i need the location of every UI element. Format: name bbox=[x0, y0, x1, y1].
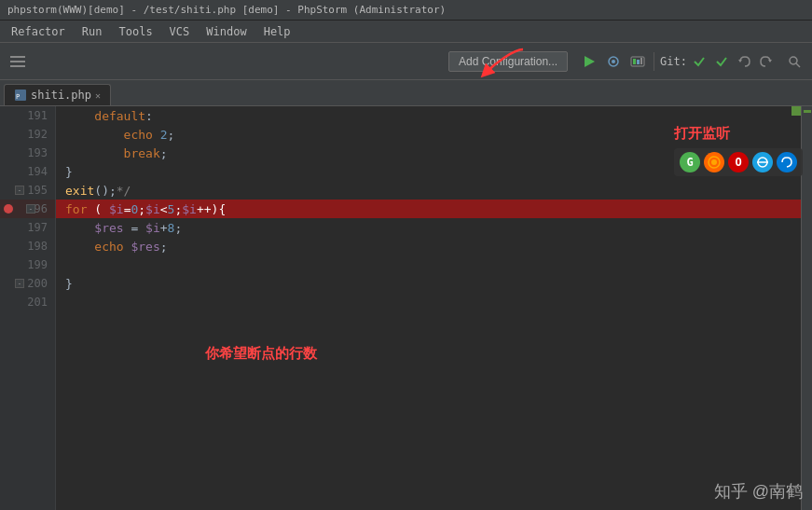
tab-bar: P shiti.php ✕ bbox=[0, 80, 812, 106]
menu-bar: Refactor Run Tools VCS Window Help bbox=[0, 21, 812, 43]
line-number-200: - 200 bbox=[0, 274, 55, 293]
menu-help[interactable]: Help bbox=[256, 23, 298, 40]
code-line-191: default: bbox=[56, 106, 812, 125]
code-line-201 bbox=[56, 293, 812, 311]
breakpoint-dot-196[interactable] bbox=[4, 204, 13, 214]
opera-icon: O bbox=[728, 152, 749, 172]
coverage-icon[interactable] bbox=[627, 51, 648, 72]
fold-icon-200[interactable]: - bbox=[15, 279, 24, 288]
line-number-191: 191 bbox=[0, 106, 55, 125]
git-undo-icon[interactable] bbox=[734, 51, 754, 72]
top-right-indicator bbox=[791, 106, 801, 116]
code-line-199 bbox=[56, 255, 812, 274]
watermark: 知乎 @南鹤 bbox=[714, 480, 803, 503]
red-arrow-annotation bbox=[476, 45, 532, 78]
line-number-197: 197 bbox=[0, 218, 55, 237]
edge-icon bbox=[777, 152, 797, 172]
svg-rect-9 bbox=[640, 58, 642, 64]
code-line-195: exit();*/ bbox=[56, 181, 812, 200]
tab-shiti-php[interactable]: P shiti.php ✕ bbox=[4, 84, 111, 105]
svg-marker-11 bbox=[768, 60, 772, 62]
search-icon[interactable] bbox=[784, 51, 805, 72]
firefox-icon bbox=[704, 152, 724, 172]
svg-line-13 bbox=[796, 63, 800, 67]
line-number-196: - 196 bbox=[0, 200, 55, 218]
line-number-193: 193 bbox=[0, 144, 55, 162]
svg-point-5 bbox=[612, 60, 615, 63]
svg-rect-0 bbox=[10, 56, 25, 58]
php-file-icon: P bbox=[14, 89, 27, 102]
menu-refactor[interactable]: Refactor bbox=[4, 23, 73, 40]
menu-tools[interactable]: Tools bbox=[111, 23, 159, 40]
code-line-198: echo $res; bbox=[56, 237, 812, 255]
git-label: Git: bbox=[660, 55, 687, 68]
svg-point-12 bbox=[790, 57, 797, 64]
git-check2-icon[interactable] bbox=[711, 51, 732, 72]
line-number-195: - 195 bbox=[0, 181, 55, 200]
code-line-200: } bbox=[56, 274, 812, 293]
debug-icon[interactable] bbox=[603, 51, 624, 72]
git-area: Git: bbox=[660, 51, 777, 72]
title-text: phpstorm(WWW)[demo] - /test/shiti.php [d… bbox=[7, 4, 446, 16]
scroll-mark bbox=[804, 110, 811, 113]
svg-rect-1 bbox=[10, 61, 25, 62]
line-gutter: 191 192 193 194 - 195 - 196 197 19 bbox=[0, 106, 56, 510]
toolbar-separator bbox=[654, 52, 654, 71]
tab-label: shiti.php bbox=[31, 89, 91, 102]
annotation-breakpoint: 你希望断点的行数 bbox=[205, 344, 317, 363]
code-line-197: $res = $i+8; bbox=[56, 218, 812, 237]
svg-text:P: P bbox=[16, 93, 20, 101]
line-number-198: 198 bbox=[0, 237, 55, 255]
monitor-annotation-text: 打开监听 bbox=[674, 125, 730, 143]
annotation-monitor: 打开监听 G O bbox=[674, 125, 803, 176]
svg-marker-3 bbox=[585, 56, 595, 67]
svg-rect-2 bbox=[10, 65, 25, 67]
title-bar: phpstorm(WWW)[demo] - /test/shiti.php [d… bbox=[0, 0, 812, 21]
ie-icon bbox=[752, 152, 773, 172]
svg-marker-10 bbox=[738, 60, 742, 62]
menu-run[interactable]: Run bbox=[75, 23, 110, 40]
code-editor[interactable]: default: echo 2; break; } exit();*/ for … bbox=[56, 106, 812, 510]
svg-rect-8 bbox=[637, 60, 640, 64]
line-number-192: 192 bbox=[0, 125, 55, 144]
expand-icon[interactable] bbox=[7, 51, 28, 72]
git-redo-icon[interactable] bbox=[756, 51, 777, 72]
code-line-196: for ( $i=0;$i<5;$i++){ bbox=[56, 200, 812, 218]
line-number-194: 194 bbox=[0, 162, 55, 181]
fold-icon-195[interactable]: - bbox=[15, 186, 24, 195]
run-icon[interactable] bbox=[579, 51, 599, 72]
svg-point-17 bbox=[711, 159, 717, 165]
git-checkmark-icon[interactable] bbox=[689, 51, 709, 72]
browser-icons-group: G O bbox=[674, 148, 803, 176]
tab-close-button[interactable]: ✕ bbox=[95, 90, 101, 101]
editor-area: 191 192 193 194 - 195 - 196 197 19 bbox=[0, 106, 812, 510]
breakpoint-annotation-text: 你希望断点的行数 bbox=[205, 345, 317, 361]
svg-rect-7 bbox=[633, 59, 636, 64]
line-number-201: 201 bbox=[0, 293, 55, 311]
menu-vcs[interactable]: VCS bbox=[162, 23, 198, 40]
fold-icon-196[interactable]: - bbox=[26, 204, 35, 214]
chrome-icon: G bbox=[680, 152, 700, 172]
menu-window[interactable]: Window bbox=[199, 23, 254, 40]
toolbar: Add Configuration... Git: bbox=[0, 43, 812, 80]
line-number-199: 199 bbox=[0, 255, 55, 274]
